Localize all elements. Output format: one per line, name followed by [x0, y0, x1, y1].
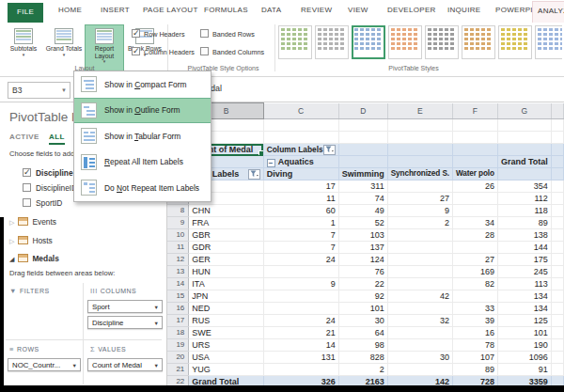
- row-number[interactable]: 10: [167, 229, 189, 242]
- row-label-cell[interactable]: SWE: [189, 327, 263, 339]
- value-cell[interactable]: 101: [497, 327, 551, 339]
- value-cell[interactable]: 107: [452, 352, 497, 364]
- row-number[interactable]: 15: [167, 290, 189, 303]
- value-cell[interactable]: 28: [452, 229, 497, 242]
- pivotstyle-swatch-yellow[interactable]: [498, 25, 532, 59]
- empty-cell[interactable]: [551, 193, 563, 205]
- value-cell[interactable]: [387, 254, 452, 266]
- value-cell[interactable]: 27: [452, 254, 497, 266]
- value-cell[interactable]: [387, 364, 452, 376]
- collapse-triangle-icon[interactable]: ◢: [9, 256, 14, 262]
- value-cell[interactable]: 52: [338, 217, 387, 229]
- empty-cell[interactable]: [551, 229, 563, 242]
- col-label-swimming[interactable]: Swimming: [338, 168, 387, 180]
- expand-triangle-icon[interactable]: ▷: [9, 238, 14, 244]
- value-cell[interactable]: 24: [263, 315, 338, 327]
- row-label-cell[interactable]: USA: [189, 352, 263, 364]
- cell-c3-column-labels[interactable]: Column Labels: [263, 144, 338, 156]
- table-item-events[interactable]: ▷Events: [9, 217, 56, 227]
- value-cell[interactable]: 7: [263, 229, 338, 242]
- row-label-cell[interactable]: NED: [189, 303, 263, 315]
- row-number[interactable]: 21: [167, 364, 189, 376]
- ribbon-tab-developer[interactable]: DEVELOPER: [387, 6, 436, 14]
- empty-cell[interactable]: [551, 254, 563, 266]
- row-number[interactable]: 9: [167, 217, 189, 229]
- ribbon-tab-home[interactable]: HOME: [58, 6, 82, 14]
- ribbon-tab-formulas[interactable]: FORMULAS: [204, 6, 248, 14]
- row-number[interactable]: 8: [167, 205, 189, 217]
- value-cell[interactable]: 112: [497, 193, 551, 205]
- pill-noc-country[interactable]: NOC_Countr...▼: [8, 358, 81, 371]
- value-cell[interactable]: 828: [338, 352, 387, 364]
- row-label-cell[interactable]: HUN: [189, 266, 263, 278]
- empty-cell[interactable]: [551, 327, 563, 339]
- value-cell[interactable]: 64: [338, 327, 387, 339]
- value-cell[interactable]: 1: [263, 217, 338, 229]
- value-cell[interactable]: 42: [387, 290, 452, 303]
- pivotstyle-swatch-medium-gray[interactable]: [425, 25, 459, 59]
- value-cell[interactable]: 39: [452, 315, 497, 327]
- row-headers-checkbox[interactable]: Row Headers: [132, 29, 185, 39]
- dropdown-arrow-icon[interactable]: ▼: [154, 321, 159, 326]
- value-cell[interactable]: 138: [497, 229, 551, 242]
- value-cell[interactable]: 124: [338, 254, 387, 266]
- value-cell[interactable]: 17: [263, 180, 338, 193]
- value-cell[interactable]: [387, 339, 452, 352]
- cell-g4-grand-total[interactable]: Grand Total: [497, 156, 551, 168]
- menu-item-show-in-tabular-form[interactable]: Show in Tabular Form: [74, 123, 211, 149]
- empty-cell[interactable]: [551, 339, 563, 352]
- value-cell[interactable]: 22: [338, 278, 387, 290]
- pivotstyle-swatch-blue[interactable]: [535, 25, 562, 59]
- ribbon-tab-data[interactable]: DATA: [261, 6, 281, 14]
- row-label-cell[interactable]: RUS: [189, 315, 263, 327]
- value-cell[interactable]: [387, 229, 452, 242]
- value-cell[interactable]: 27: [387, 193, 452, 205]
- value-cell[interactable]: 78: [452, 339, 497, 352]
- value-cell[interactable]: 33: [452, 303, 497, 315]
- empty-cell[interactable]: [551, 290, 563, 303]
- row-label-cell[interactable]: GBR: [189, 229, 263, 242]
- tab-all[interactable]: ALL: [49, 133, 65, 145]
- value-cell[interactable]: 169: [452, 266, 497, 278]
- value-cell[interactable]: 137: [338, 242, 387, 254]
- value-cell[interactable]: 49: [338, 205, 387, 217]
- ribbon-tab-file[interactable]: FILE: [8, 3, 43, 23]
- value-cell[interactable]: [387, 242, 452, 254]
- empty-cell[interactable]: [551, 266, 563, 278]
- row-number[interactable]: 18: [167, 327, 189, 339]
- empty-cell[interactable]: [551, 278, 563, 290]
- value-cell[interactable]: 89: [452, 364, 497, 376]
- col-label-synchronized-s[interactable]: Synchronized S.: [387, 168, 452, 180]
- row-number[interactable]: 20: [167, 352, 189, 364]
- menu-item-show-in-compact-form[interactable]: Show in Compact Form: [74, 71, 211, 98]
- value-cell[interactable]: 113: [497, 278, 551, 290]
- row-label-cell[interactable]: JPN: [189, 290, 263, 303]
- row-number[interactable]: 13: [167, 266, 189, 278]
- value-cell[interactable]: 103: [338, 229, 387, 242]
- empty-cell[interactable]: [551, 303, 563, 315]
- empty-cell[interactable]: [551, 315, 563, 327]
- row-label-cell[interactable]: YUG: [189, 364, 263, 376]
- column-header-f[interactable]: F: [452, 103, 497, 119]
- value-cell[interactable]: 118: [497, 205, 551, 217]
- ribbon-tab-review[interactable]: REVIEW: [301, 6, 332, 14]
- banded-columns-checkbox[interactable]: Banded Columns: [200, 47, 264, 56]
- ribbon-tab-view[interactable]: VIEW: [348, 6, 368, 14]
- field-checkbox-disciplineid[interactable]: DisciplineID: [23, 183, 77, 193]
- value-cell[interactable]: 76: [338, 266, 387, 278]
- value-cell[interactable]: 89: [497, 217, 551, 229]
- row-label-cell[interactable]: URS: [189, 339, 263, 352]
- value-cell[interactable]: 91: [497, 364, 551, 376]
- column-header-d[interactable]: D: [338, 103, 387, 119]
- column-header-e[interactable]: E: [387, 103, 452, 119]
- pivotstyle-swatch-light-orange[interactable]: [388, 25, 422, 59]
- pivotstyle-swatch-light-green[interactable]: [278, 25, 312, 59]
- banded-rows-checkbox[interactable]: Banded Rows: [200, 29, 255, 39]
- value-cell[interactable]: [452, 193, 497, 205]
- col-label-diving[interactable]: Diving: [263, 168, 338, 180]
- value-cell[interactable]: 74: [338, 193, 387, 205]
- table-item-medals[interactable]: ◢Medals: [9, 254, 59, 263]
- empty-cell[interactable]: [551, 180, 563, 193]
- value-cell[interactable]: [263, 290, 338, 303]
- value-cell[interactable]: 60: [263, 205, 338, 217]
